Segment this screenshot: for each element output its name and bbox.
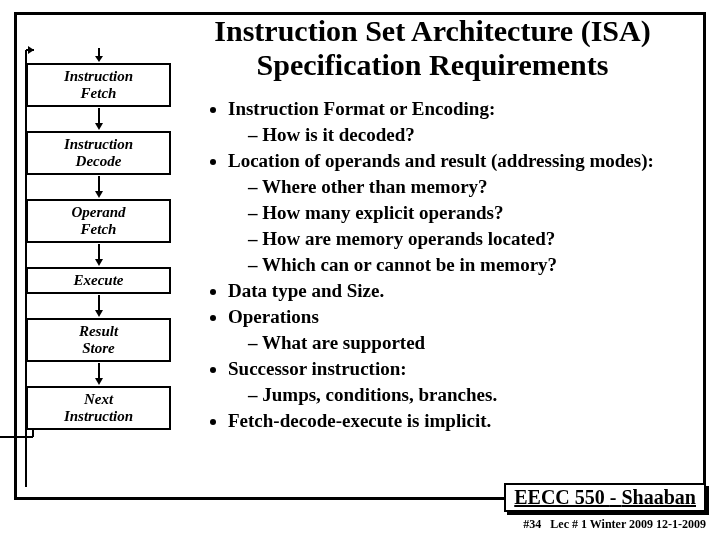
stage-label: Store [82,340,115,356]
stage-next: Next Instruction [26,386,171,430]
stage-label: Instruction [64,136,133,152]
footer-course-box: EECC 550 - Shaaban [504,483,706,512]
svg-marker-10 [95,259,103,266]
arrow-down-icon [92,108,106,130]
svg-marker-4 [95,56,103,62]
stage-label: Execute [74,272,124,288]
bullet-sub: – What are supported [228,330,701,356]
slide-title: Instruction Set Architecture (ISA) Speci… [155,14,710,82]
slide: Instruction Set Architecture (ISA) Speci… [0,0,720,540]
bullet-item: Instruction Format or Encoding: – How is… [228,96,701,148]
footer-lec: Lec # 1 Winter 2009 12-1-2009 [550,517,706,531]
stage-execute: Execute [26,267,171,294]
stage-result: Result Store [26,318,171,362]
footer-page: #34 [523,517,541,531]
stage-label: Result [79,323,118,339]
stage-label: Operand [71,204,125,220]
svg-marker-14 [95,378,103,385]
svg-marker-12 [95,310,103,317]
bullet-sub: – Where other than memory? [228,174,701,200]
bullet-text: Fetch-decode-execute is implicit. [228,410,491,431]
bullet-item: Location of operands and result (address… [228,148,701,278]
bullet-sub: – How are memory operands located? [228,226,701,252]
bullet-sub: – Which can or cannot be in memory? [228,252,701,278]
svg-marker-8 [95,191,103,198]
arrow-down-icon [92,295,106,317]
stage-fetch: Instruction Fetch [26,63,171,107]
title-line-2: Specification Requirements [257,48,609,81]
bullet-text: Instruction Format or Encoding: [228,98,495,119]
bullet-sub: – How is it decoded? [228,122,701,148]
arrow-down-icon [92,176,106,198]
stage-label: Decode [76,153,122,169]
bullet-list: Instruction Format or Encoding: – How is… [206,96,701,434]
stage-operand: Operand Fetch [26,199,171,243]
stage-label: Fetch [81,85,117,101]
bullet-text: Operations [228,306,319,327]
stage-label: Fetch [81,221,117,237]
footer-author: Shaaban [622,486,697,508]
bullet-item: Operations – What are supported [228,304,701,356]
bullet-item: Data type and Size. [228,278,701,304]
arrow-down-icon [92,48,106,62]
title-line-1: Instruction Set Architecture (ISA) [214,14,650,47]
loop-connector [0,429,38,441]
footer-course: EECC 550 [514,486,610,508]
arrow-down-icon [92,244,106,266]
arrow-down-icon [92,363,106,385]
footer-dash: - [610,486,622,508]
footer-meta: #34 Lec # 1 Winter 2009 12-1-2009 [523,517,706,532]
svg-marker-6 [95,123,103,130]
bullet-text: Location of operands and result (address… [228,150,654,171]
bullet-text: Successor instruction: [228,358,407,379]
stage-label: Instruction [64,408,133,424]
pipeline: Instruction Fetch Instruction Decode Ope… [26,48,171,441]
bullet-text: Data type and Size. [228,280,384,301]
bullet-item: Successor instruction: – Jumps, conditio… [228,356,701,408]
stage-decode: Instruction Decode [26,131,171,175]
bullet-item: Fetch-decode-execute is implicit. [228,408,701,434]
bullet-sub: – Jumps, conditions, branches. [228,382,701,408]
stage-label: Instruction [64,68,133,84]
stage-label: Next [84,391,113,407]
bullet-sub: – How many explicit operands? [228,200,701,226]
